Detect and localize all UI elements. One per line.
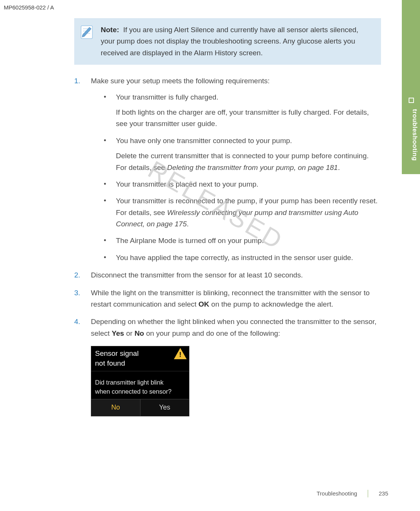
side-tab: troubleshooting	[402, 0, 420, 511]
pump-yes-button[interactable]: Yes	[140, 399, 189, 416]
bullet-charged-text: Your transmitter is fully charged.	[116, 93, 219, 101]
pump-header: Sensor signal not found	[91, 346, 189, 371]
xref-deleting-transmitter: Deleting the transmitter from your pump,…	[167, 164, 338, 171]
pump-body-line2: when connected to sensor?	[95, 387, 185, 396]
note-text: Note: If you are using Alert Silence and…	[101, 24, 373, 59]
bullet-charged: Your transmitter is fully charged. If bo…	[104, 92, 381, 130]
step-3-post: on the pump to acknowledge the alert.	[209, 300, 333, 308]
bullet-airplane-mode-text: The Airplane Mode is turned off on your …	[116, 237, 264, 245]
ordered-steps: Make sure your setup meets the following…	[74, 75, 381, 339]
document-id: MP6025958-022 / A	[4, 3, 54, 12]
note-label: Note:	[101, 26, 119, 34]
ok-label: OK	[198, 300, 209, 308]
bullet-reconnected-post: .	[187, 220, 189, 228]
bullet-airplane-mode: The Airplane Mode is turned off on your …	[104, 235, 381, 246]
bullet-one-transmitter: You have only one transmitter connected …	[104, 135, 381, 173]
step-4-post: on your pump and do one of the following…	[144, 329, 280, 337]
pump-screenshot: Sensor signal not found Did transmitter …	[91, 346, 189, 416]
note-icon	[78, 23, 95, 41]
bullet-one-transmitter-detail: Delete the current transmitter that is c…	[116, 150, 381, 173]
step-1-bullets: Your transmitter is fully charged. If bo…	[91, 92, 381, 264]
side-tab-label: troubleshooting	[402, 109, 420, 161]
footer-divider	[368, 490, 368, 497]
bullet-tape-text: You have applied the tape correctly, as …	[116, 254, 353, 262]
footer-section: Troubleshooting	[317, 489, 357, 498]
footer-page-number: 235	[379, 489, 388, 498]
pump-title-line1: Sensor signal	[95, 349, 185, 358]
pump-body: Did transmitter light blink when connect…	[91, 371, 189, 399]
pump-no-button[interactable]: No	[91, 399, 140, 416]
note-body: If you are using Alert Silence and curre…	[101, 26, 358, 57]
no-label: No	[134, 329, 144, 337]
step-3: While the light on the transmitter is bl…	[74, 287, 381, 310]
pump-body-line1: Did transmitter light blink	[95, 378, 185, 387]
bullet-placed-next-text: Your transmitter is placed next to your …	[116, 180, 258, 188]
note-callout: Note: If you are using Alert Silence and…	[74, 18, 381, 65]
step-1: Make sure your setup meets the following…	[74, 75, 381, 263]
bullet-placed-next: Your transmitter is placed next to your …	[104, 179, 381, 190]
step-2-text: Disconnect the transmitter from the sens…	[91, 271, 303, 279]
pump-title-line2: not found	[95, 358, 185, 368]
step-2: Disconnect the transmitter from the sens…	[74, 270, 381, 281]
page-content: Note: If you are using Alert Silence and…	[74, 18, 381, 416]
step-4-mid: or	[124, 329, 134, 337]
bullet-tape: You have applied the tape correctly, as …	[104, 252, 381, 263]
pump-button-row: No Yes	[91, 399, 189, 416]
side-tab-marker-icon	[409, 98, 414, 103]
step-4: Depending on whether the light blinked w…	[74, 316, 381, 339]
page-footer: Troubleshooting 235	[317, 489, 388, 498]
yes-label: Yes	[112, 329, 124, 337]
bullet-one-transmitter-text: You have only one transmitter connected …	[116, 137, 292, 145]
detail-post: .	[338, 164, 340, 171]
step-1-intro: Make sure your setup meets the following…	[91, 77, 270, 85]
bullet-reconnected: Your transmitter is reconnected to the p…	[104, 195, 381, 230]
bullet-charged-detail: If both lights on the charger are off, y…	[116, 107, 381, 130]
